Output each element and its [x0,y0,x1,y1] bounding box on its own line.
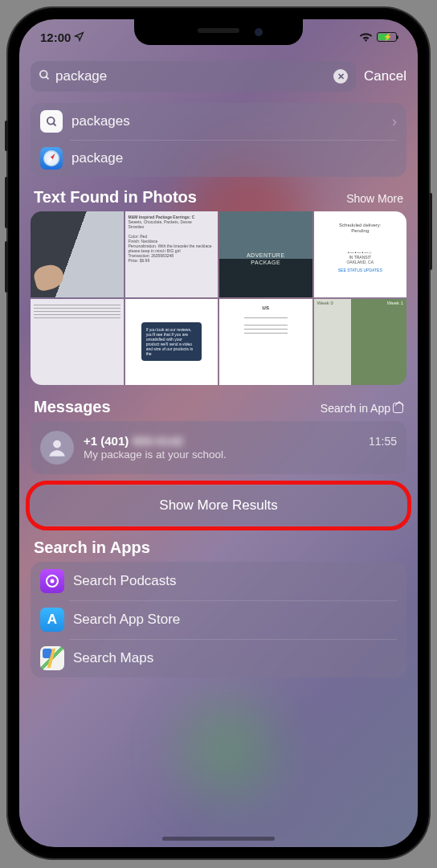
home-indicator[interactable] [162,837,275,841]
app-row-podcasts[interactable]: Search Podcasts [31,562,406,600]
cancel-button[interactable]: Cancel [364,68,406,84]
section-title: Search in Apps [34,538,150,557]
photo-thumbnail[interactable]: M&M Inspired Package Earrings: C Sweets,… [125,211,218,297]
search-icon [40,110,63,133]
search-icon [39,69,51,84]
app-label: Search Maps [73,650,397,666]
search-in-app-button[interactable]: Search in App [321,402,403,415]
app-label: Search App Store [73,612,397,628]
apps-section-header: Search in Apps [31,538,406,557]
photo-thumbnail[interactable]: ADVENTURE PACKAGE [219,211,312,297]
message-sender: +1 (401) 555-0142 [84,434,183,448]
location-icon [74,31,84,44]
side-button [5,177,8,228]
appstore-icon: A [40,608,64,632]
app-row-appstore[interactable]: A Search App Store [31,600,406,639]
photo-thumbnail[interactable] [31,299,124,385]
podcasts-icon [40,569,64,593]
phone-frame: 12:00 ⚡ [8,8,429,858]
photo-thumbnail[interactable]: Week 0 Week 1 [314,299,407,385]
photos-section-header: Text Found in Photos Show More [31,188,406,207]
app-row-maps[interactable]: Search Maps [31,639,406,678]
suggestion-row[interactable]: package [31,140,406,177]
chevron-right-icon: › [392,113,397,130]
clock: 12:00 [40,31,71,44]
side-button [429,193,432,270]
show-more-results-button[interactable]: Show More Results [31,485,406,526]
messages-card: +1 (401) 555-0142 11:55 My package is at… [31,421,406,474]
photo-thumbnail[interactable]: US [219,299,312,385]
photo-thumbnail[interactable]: If you look at our reviews, you'll see t… [125,299,218,385]
suggestion-label: packages [71,113,383,129]
svg-point-4 [53,440,61,448]
section-title: Text Found in Photos [34,188,197,207]
suggestion-row[interactable]: packages › [31,103,406,140]
safari-icon [40,147,63,170]
suggestion-label: package [71,150,397,166]
notch [134,19,303,45]
external-link-icon [393,403,403,413]
search-field[interactable]: ✕ [31,61,356,92]
wifi-icon [359,31,373,44]
svg-point-2 [47,117,54,124]
battery-icon: ⚡ [377,32,397,42]
side-button [5,241,8,293]
show-more-photos[interactable]: Show More [346,192,403,205]
app-label: Search Podcasts [73,573,397,589]
search-input[interactable] [55,68,329,84]
photo-thumbnail[interactable] [31,211,124,297]
svg-point-0 [40,71,47,78]
message-preview: My package is at your school. [84,448,397,461]
section-title: Messages [34,398,111,416]
suggestions-card: packages › package [31,103,406,177]
photo-grid: M&M Inspired Package Earrings: C Sweets,… [31,211,406,385]
svg-line-1 [46,76,48,79]
maps-icon [40,646,64,670]
message-row[interactable]: +1 (401) 555-0142 11:55 My package is at… [31,421,406,474]
avatar [40,431,74,465]
messages-section-header: Messages Search in App [31,398,406,416]
photo-thumbnail[interactable]: Scheduled delivery: Pending •—•—•—○ IN T… [314,211,407,297]
clear-search-button[interactable]: ✕ [333,69,348,84]
side-button [5,121,8,151]
screen: 12:00 ⚡ [19,19,418,847]
apps-card: Search Podcasts A Search App Store Searc… [31,562,406,678]
message-time: 11:55 [369,435,397,448]
svg-line-3 [53,123,55,125]
